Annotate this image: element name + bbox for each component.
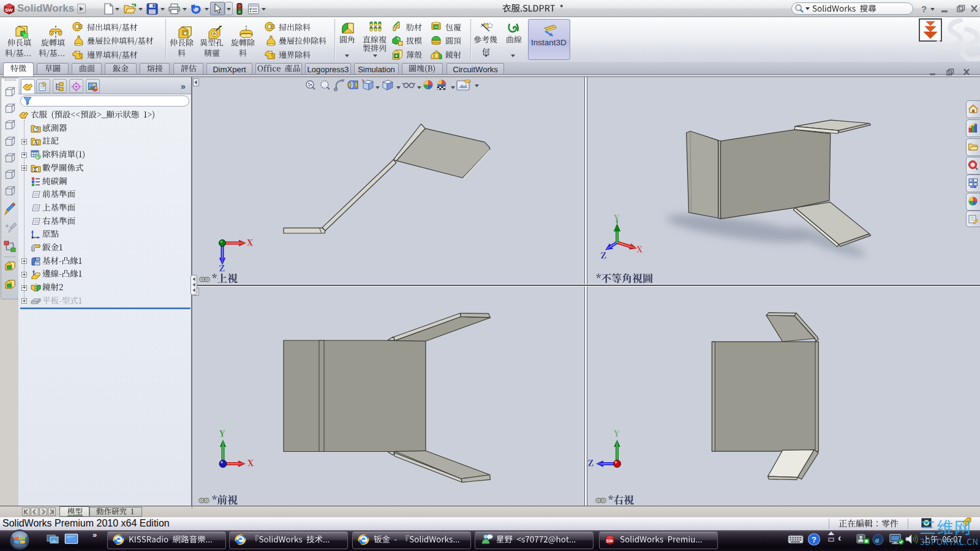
svg-text:GJ: GJ — [434, 25, 439, 29]
svg-text:A: A — [34, 140, 38, 146]
svg-text:?: ? — [812, 535, 816, 544]
svg-text:Σ: Σ — [34, 166, 37, 172]
svg-text:SW: SW — [5, 7, 13, 13]
svg-text:a: a — [875, 536, 879, 544]
svg-text:SW: SW — [606, 539, 614, 543]
